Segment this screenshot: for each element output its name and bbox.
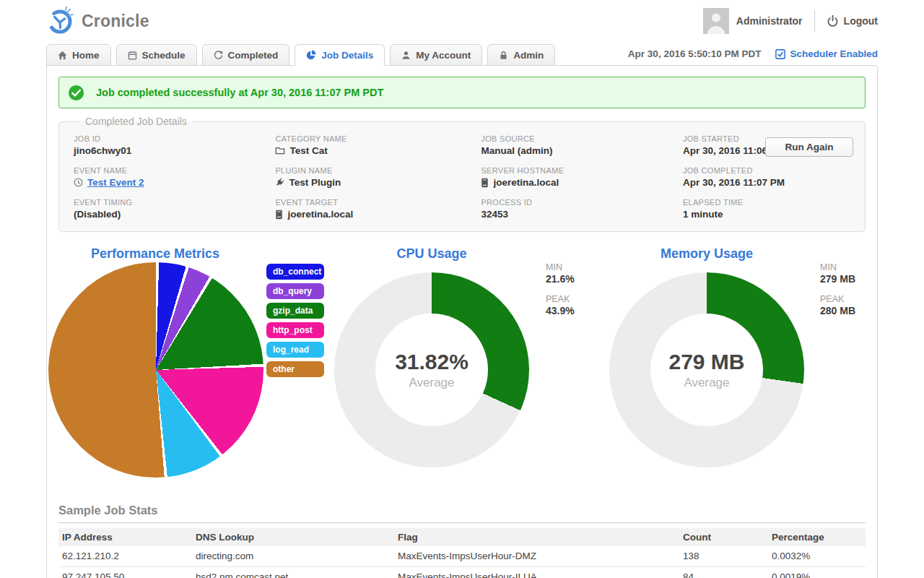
memory-peak-stat: PEAK 280 MB	[820, 294, 892, 316]
checkbox-checked-icon	[775, 49, 785, 59]
pie-legend: db_connect db_query gzip_data http_post …	[266, 264, 324, 381]
memory-average-label: Average	[684, 376, 729, 390]
plug-icon	[275, 178, 284, 187]
tab-home[interactable]: Home	[46, 44, 111, 66]
server-icon	[275, 210, 283, 220]
top-header: Cronicle Administrator Logout	[0, 0, 924, 42]
col-dns-lookup: DNS Lookup	[192, 528, 394, 546]
performance-pie-chart	[48, 262, 263, 478]
tab-schedule[interactable]: Schedule	[116, 44, 197, 66]
calendar-icon	[128, 51, 137, 60]
memory-average-value: 279 MB	[668, 350, 744, 374]
completed-job-details-panel: Completed Job Details Run Again JOB ID j…	[58, 116, 866, 232]
legend-item-log-read: log_read	[266, 342, 324, 358]
field-process-id: PROCESS ID 32453	[481, 198, 682, 220]
lock-icon	[499, 51, 508, 60]
charts-section: Performance Metrics db_connect db_query …	[47, 245, 877, 496]
user-icon	[401, 51, 411, 60]
app-logo: Cronicle	[46, 7, 149, 35]
success-message: Job completed successfully at Apr 30, 20…	[96, 87, 383, 98]
performance-metrics-title: Performance Metrics	[47, 246, 263, 262]
field-job-source: JOB SOURCE Manual (admin)	[481, 134, 682, 156]
history-icon	[214, 51, 223, 60]
event-name-link[interactable]: Test Event 2	[87, 177, 144, 188]
memory-usage-title: Memory Usage	[598, 246, 815, 262]
field-job-id: JOB ID jino6chwy01	[74, 134, 275, 156]
current-datetime: Apr 30, 2016 5:50:10 PM PDT	[628, 48, 762, 59]
server-icon	[481, 178, 489, 188]
field-plugin-name: PLUGIN NAME Test Plugin	[275, 166, 481, 188]
legend-item-gzip-data: gzip_data	[266, 303, 324, 319]
tab-bar: Home Schedule Completed Job Details My A…	[46, 42, 878, 65]
app-title: Cronicle	[82, 12, 149, 31]
pie-chart-icon	[306, 50, 316, 60]
cpu-average-label: Average	[409, 376, 454, 390]
success-banner: Job completed successfully at Apr 30, 20…	[58, 77, 866, 108]
col-ip-address: IP Address	[58, 528, 192, 546]
field-event-target: EVENT TARGET joeretina.local	[275, 198, 481, 220]
cpu-average-value: 31.82%	[395, 350, 468, 374]
panel-legend: Completed Job Details	[79, 116, 193, 127]
tab-completed[interactable]: Completed	[202, 44, 290, 66]
avatar[interactable]	[703, 8, 729, 34]
cpu-donut-chart: 31.82% Average	[334, 272, 529, 467]
field-event-name: EVENT NAME Test Event 2	[74, 166, 275, 188]
folder-icon	[275, 146, 285, 155]
power-icon	[827, 15, 839, 27]
logout-button[interactable]: Logout	[827, 15, 878, 27]
header-divider	[814, 10, 815, 32]
cpu-peak-stat: PEAK 43.9%	[546, 294, 618, 316]
logout-label: Logout	[844, 15, 878, 27]
main-content: Job completed successfully at Apr 30, 20…	[46, 65, 878, 578]
col-percentage: Percentage	[768, 528, 866, 546]
cpu-usage-title: CPU Usage	[323, 246, 540, 262]
run-again-button[interactable]: Run Again	[765, 137, 853, 157]
table-row: 62.121.210.2 directing.com MaxEvents-Imp…	[58, 546, 866, 566]
field-event-timing: EVENT TIMING (Disabled)	[74, 198, 275, 220]
field-elapsed-time: ELAPSED TIME 1 minute	[683, 198, 865, 220]
tab-admin[interactable]: Admin	[487, 44, 555, 66]
legend-item-other: other	[266, 361, 324, 377]
legend-item-http-post: http_post	[266, 322, 324, 338]
col-count: Count	[679, 528, 768, 546]
sample-job-stats-heading: Sample Job Stats	[58, 504, 866, 523]
col-flag: Flag	[394, 528, 679, 546]
field-job-completed: JOB COMPLETED Apr 30, 2016 11:07 PM	[683, 166, 865, 188]
tab-job-details[interactable]: Job Details	[295, 44, 385, 66]
scheduler-enabled-toggle[interactable]: Scheduler Enabled	[775, 48, 878, 59]
table-header-row: IP Address DNS Lookup Flag Count Percent…	[58, 528, 866, 546]
table-row: 97.247.105.50 hsd2.nm.comcast.net MaxEve…	[58, 566, 866, 578]
memory-min-stat: MIN 279 MB	[820, 262, 892, 285]
check-circle-icon	[68, 85, 84, 101]
cpu-min-stat: MIN 21.6%	[546, 262, 618, 285]
clock-icon	[74, 178, 83, 187]
field-server-hostname: SERVER HOSTNAME joeretina.local	[481, 166, 682, 188]
field-category-name: CATEGORY NAME Test Cat	[275, 134, 481, 156]
tab-my-account[interactable]: My Account	[390, 44, 482, 66]
legend-item-db-connect: db_connect	[266, 264, 324, 280]
current-user-label[interactable]: Administrator	[736, 15, 803, 27]
cronicle-clock-icon	[46, 7, 75, 35]
home-icon	[58, 51, 67, 60]
sample-job-stats-table: IP Address DNS Lookup Flag Count Percent…	[58, 528, 866, 578]
legend-item-db-query: db_query	[266, 283, 324, 299]
memory-donut-chart: 279 MB Average	[609, 272, 804, 467]
